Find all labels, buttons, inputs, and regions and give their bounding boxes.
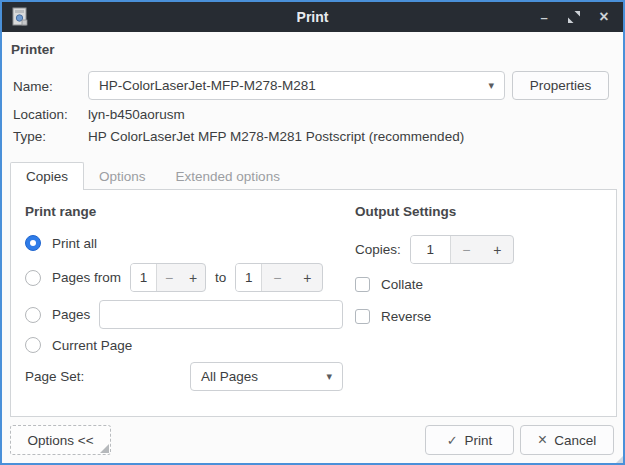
minimize-button[interactable]: –: [529, 2, 559, 32]
printer-window-icon: [11, 7, 29, 27]
current-page-label: Current Page: [52, 338, 132, 353]
printer-section-label: Printer: [11, 42, 55, 57]
x-icon: ×: [538, 431, 547, 449]
pages-from-value[interactable]: 1: [131, 264, 157, 291]
print-button[interactable]: ✓ Print: [425, 425, 514, 455]
properties-button[interactable]: Properties: [512, 71, 609, 100]
collate-checkbox[interactable]: [355, 277, 370, 292]
page-set-label: Page Set:: [25, 369, 84, 384]
printer-name-label: Name:: [13, 79, 53, 94]
chevron-down-icon: ▾: [326, 370, 332, 383]
pages-from-label: Pages from: [52, 270, 121, 285]
pages-to-value[interactable]: 1: [236, 264, 262, 291]
type-value: HP ColorLaserJet MFP M278-M281 Postscrip…: [88, 129, 464, 144]
checkmark-icon: ✓: [447, 433, 458, 448]
type-label: Type:: [13, 129, 46, 144]
copies-spinner[interactable]: 1 − +: [410, 235, 514, 264]
plus-icon[interactable]: +: [292, 264, 322, 291]
pages-label: Pages: [52, 307, 90, 322]
output-settings-header: Output Settings: [355, 204, 595, 219]
tab-copies[interactable]: Copies: [10, 162, 84, 190]
button-grip-icon: [100, 444, 109, 453]
plus-icon[interactable]: +: [482, 236, 513, 263]
collate-label: Collate: [381, 277, 423, 292]
pages-input[interactable]: [99, 300, 343, 329]
print-range-header: Print range: [25, 204, 343, 219]
copies-label: Copies:: [355, 242, 401, 257]
minus-icon[interactable]: −: [451, 236, 482, 263]
titlebar: Print – ×: [2, 2, 623, 32]
pages-to-spinner[interactable]: 1 − +: [235, 263, 323, 292]
tab-bar: Copies Options Extended options: [10, 162, 295, 190]
close-button[interactable]: ×: [589, 2, 619, 32]
plus-icon[interactable]: +: [181, 264, 205, 291]
pages-from-spinner[interactable]: 1 − +: [130, 263, 206, 292]
minus-icon[interactable]: −: [157, 264, 181, 291]
printer-name-value: HP-ColorLaserJet-MFP-M278-M281: [99, 78, 316, 93]
location-value: lyn-b450aorusm: [88, 107, 185, 122]
reverse-checkbox[interactable]: [355, 309, 370, 324]
chevron-down-icon: ▾: [488, 79, 494, 92]
location-label: Location:: [13, 107, 68, 122]
pages-to-label: to: [215, 270, 226, 285]
output-settings-group: Output Settings Copies: 1 − + Collate Re…: [355, 204, 595, 334]
tab-extended-options[interactable]: Extended options: [161, 162, 295, 190]
reverse-label: Reverse: [381, 309, 431, 324]
page-set-value: All Pages: [201, 369, 258, 384]
print-dialog: Print – × Printer Name: HP-ColorLaserJet…: [0, 0, 625, 465]
cancel-button[interactable]: × Cancel: [520, 425, 614, 455]
pages-from-radio[interactable]: [25, 270, 41, 286]
page-set-select[interactable]: All Pages ▾: [190, 362, 343, 391]
maximize-icon: [568, 11, 580, 23]
current-page-radio[interactable]: [25, 337, 41, 353]
minus-icon[interactable]: −: [262, 264, 292, 291]
tab-options[interactable]: Options: [84, 162, 161, 190]
printer-name-select[interactable]: HP-ColorLaserJet-MFP-M278-M281 ▾: [88, 71, 505, 100]
print-all-label: Print all: [52, 236, 97, 251]
print-range-group: Print range Print all Pages from 1 − + t…: [25, 204, 343, 391]
pages-radio[interactable]: [25, 307, 41, 323]
resize-grip[interactable]: [614, 454, 625, 465]
options-toggle-button[interactable]: Options <<: [10, 425, 111, 455]
maximize-button[interactable]: [559, 2, 589, 32]
copies-value[interactable]: 1: [411, 236, 451, 263]
print-all-radio[interactable]: [25, 235, 41, 251]
